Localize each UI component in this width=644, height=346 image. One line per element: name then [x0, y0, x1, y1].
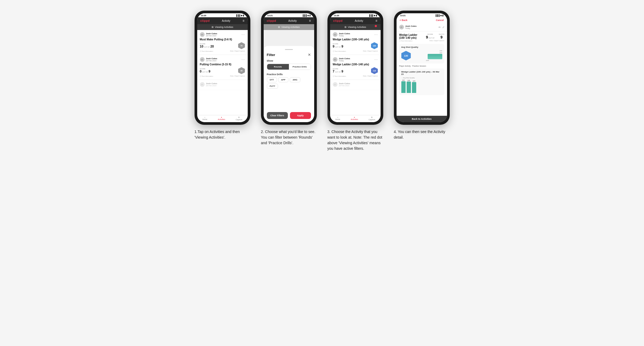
edit-icon[interactable]: ✏: [439, 26, 441, 29]
nav-capture-1[interactable]: ⊕ Capture: [236, 116, 242, 121]
card-2-header: JC Josh Coles 28 Feb 2023 ···: [200, 57, 245, 62]
activity-card-3-2[interactable]: JC Josh Coles Today ··· Wedge Ladder (10…: [330, 55, 381, 80]
menu-icon-3[interactable]: ≡: [375, 19, 377, 23]
filter-toggle-row: Rounds Practice Drills: [267, 64, 311, 70]
shots-value-1: 20: [210, 45, 214, 48]
phone-2-column: 13:21 ▐▐▐ ◈ ▮ clippd Activity ≡ ⊞ View: [260, 11, 318, 146]
chip-putt[interactable]: PUTT: [267, 84, 278, 89]
rounds-toggle[interactable]: Rounds: [267, 64, 289, 70]
more-dots-1[interactable]: ···: [241, 33, 245, 36]
more-dots-2[interactable]: ···: [241, 58, 245, 61]
chip-app[interactable]: APP: [278, 77, 288, 82]
bar-rect-1: [401, 81, 406, 93]
activity-title-2: Putting Combine (3-15 ft): [200, 63, 245, 66]
chip-arg[interactable]: ARG: [290, 77, 300, 82]
detail-body: Wedge Ladder(100–140 yds) Score 9 OUT OF: [397, 31, 447, 116]
chip-ott[interactable]: OTT: [267, 77, 277, 82]
card-3-3-user: JC Josh Coles 28 Feb 2023: [333, 82, 350, 87]
more-dots-3-1[interactable]: ···: [374, 33, 378, 36]
score-stat-2: Score 0 OUT OF 9: [200, 68, 211, 73]
activity-card-1[interactable]: JC Josh Coles 28 Feb 2023 ··· Must Make …: [197, 30, 248, 55]
activities-icon-1: ♦: [221, 116, 222, 118]
user-date-3-1: Today: [339, 35, 350, 37]
bar-col-3: 124: [412, 80, 416, 93]
bar-rect-2: [407, 82, 411, 93]
menu-icon-2[interactable]: ≡: [309, 19, 311, 23]
filter-icon: ⊞: [212, 26, 214, 28]
user-info-2: Josh Coles 28 Feb 2023: [206, 57, 217, 62]
viewing-activities-label-2: Viewing Activities: [281, 26, 300, 28]
phone-1-column: 13:20 ▐▐▐ ◈ ▮ clippd Activity ≡ ⊞ View: [193, 11, 252, 140]
phone-3-viewing-banner[interactable]: ⊞ Viewing Activities: [330, 24, 381, 30]
detail-header-icons: ✏ ⤢: [439, 26, 444, 29]
data-source-4: Data: Clippd Capture: [429, 40, 444, 41]
user-info-3-3: Josh Coles 28 Feb 2023: [339, 82, 350, 87]
bar-val-1: 132: [402, 79, 405, 81]
detail-score-row: Wedge Ladder(100–140 yds) Score 9 OUT OF: [399, 33, 444, 39]
activity-card-3-1[interactable]: JC Josh Coles Today ··· Wedge Ladder (10…: [330, 30, 381, 55]
nav-home-3[interactable]: ⌂ Home: [335, 116, 340, 121]
caption-1: 1.Tap on Activities and then 'Viewing Ac…: [195, 129, 250, 140]
battery-icon: ▮: [243, 14, 244, 17]
score-value-3-2: 7: [333, 70, 335, 73]
home-icon-3: ⌂: [337, 116, 338, 118]
activity-card-2[interactable]: JC Josh Coles 28 Feb 2023 ··· Putting Co…: [197, 55, 248, 80]
phone-4-column: 13:21 ▐▐▐ ◈ ▮ < Back Cancel JC: [393, 11, 451, 140]
shots-col: Shots 9: [439, 33, 444, 39]
chart-mid: 100: [413, 52, 442, 54]
score-value-1: 10: [200, 45, 203, 48]
nav-home-1[interactable]: ⌂ Home: [202, 116, 207, 121]
practice-drills-toggle[interactable]: Practice Drills: [289, 64, 311, 70]
phone-3-status-icons: ▐▐▐ ◈ ▮: [368, 14, 377, 17]
nav-capture-3[interactable]: ⊕ Capture: [369, 116, 375, 121]
quality-hex: 130: [401, 51, 411, 61]
out-of-2: OUT OF: [202, 71, 208, 73]
phone-1-viewing-banner[interactable]: ⊞ Viewing Activities: [197, 24, 248, 30]
activity-title-3-2: Wedge Ladder (100–140 yds): [333, 63, 378, 66]
user-info-1: Josh Coles 28 Feb 2023: [206, 32, 217, 37]
cancel-button[interactable]: Cancel: [436, 19, 444, 22]
score-stat-1: Score 10 OUT OF 20: [200, 43, 214, 48]
score-stat-3-1: Score 9 OUT OF 9: [333, 43, 343, 48]
back-button[interactable]: < Back: [400, 19, 407, 22]
nav-capture-label-3: Capture: [369, 119, 375, 121]
phone-1-status-icons: ▐▐▐ ◈ ▮: [235, 14, 244, 17]
expand-icon[interactable]: ⤢: [442, 26, 444, 29]
apply-button[interactable]: Apply: [290, 112, 311, 119]
card-3-2-user: JC Josh Coles Today: [333, 57, 350, 62]
card-1-user: JC Josh Coles 28 Feb 2023: [200, 32, 217, 37]
footer-left-1: ⓘ Test Information: [200, 50, 213, 53]
test-info-4: ⓘ Test Information: [399, 40, 413, 42]
wedge-chart-section: Wedge Ladder (100–140 yds) – 06 Mar 23 ·…: [399, 69, 444, 95]
phone-4: 13:21 ▐▐▐ ◈ ▮ < Back Cancel JC: [394, 11, 450, 125]
clippd-logo: clippd: [200, 19, 210, 22]
phone-2-screen: 13:21 ▐▐▐ ◈ ▮ clippd Activity ≡ ⊞ View: [264, 13, 314, 122]
avatar-3: JC: [200, 82, 205, 87]
avg-shot-label: ··· Avg Shot Quality: [401, 77, 442, 79]
wedge-chart-title: Wedge Ladder (100–140 yds) – 06 Mar 23: [401, 71, 442, 75]
quality-value-2: 45: [241, 70, 243, 72]
footer-left-3-2: ⓘ Test Information: [333, 75, 346, 78]
filter-close-icon[interactable]: ✕: [308, 53, 311, 57]
avatar-3-3: JC: [333, 82, 338, 87]
phone-4-status-bar: 13:21 ▐▐▐ ◈ ▮: [397, 13, 447, 17]
quality-value-1: 75: [241, 45, 243, 47]
nav-title-3: Activity: [355, 19, 363, 22]
signal-icon-2: ▐▐▐: [302, 14, 306, 17]
clear-filters-button[interactable]: Clear Filters: [267, 112, 288, 119]
back-to-activities-button[interactable]: Back to Activities: [397, 116, 447, 122]
viewing-activities-label-3: Viewing Activities: [348, 26, 366, 28]
avatar-2: JC: [200, 57, 205, 62]
more-dots-3-2[interactable]: ···: [374, 58, 378, 61]
out-of-3-1: OUT OF: [335, 46, 341, 48]
menu-icon[interactable]: ≡: [242, 19, 244, 23]
avatar-3-1: JC: [333, 32, 338, 37]
bar-val-2: 129: [407, 80, 410, 81]
user-name-3-2: Josh Coles: [339, 57, 350, 60]
card-3-1-footer: ⓘ Test Information Data: Clippd Capture: [333, 50, 378, 53]
stats-row-3-1: Score 9 OUT OF 9 130: [333, 42, 378, 49]
nav-activities-1[interactable]: ♦ Activities: [218, 116, 225, 121]
nav-activities-3[interactable]: ♦ Activities: [351, 116, 358, 121]
wifi-icon-3: ◈: [374, 14, 375, 17]
phone-2-status-icons: ▐▐▐ ◈ ▮: [302, 14, 310, 17]
